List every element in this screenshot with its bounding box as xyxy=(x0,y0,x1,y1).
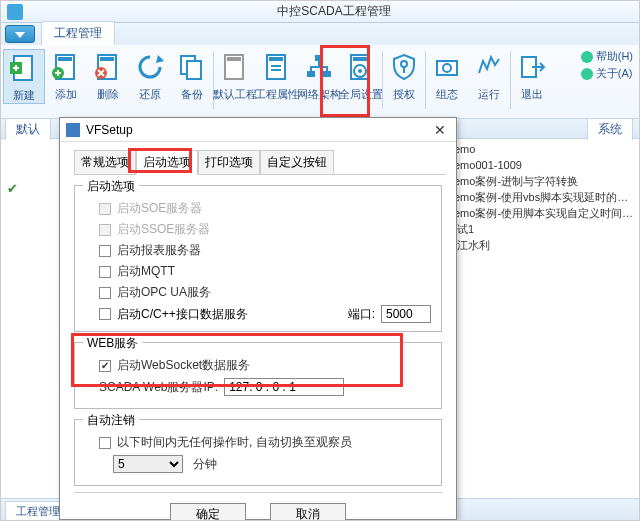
new-label: 新建 xyxy=(13,88,35,103)
ip-input[interactable] xyxy=(224,378,344,396)
svg-point-24 xyxy=(358,69,362,73)
group-web-legend: WEB服务 xyxy=(83,335,142,352)
svg-rect-11 xyxy=(187,61,201,79)
chk-report[interactable]: 启动报表服务器 xyxy=(99,242,431,259)
backup-button[interactable]: 备份 xyxy=(171,49,213,102)
tab-custom-btn[interactable]: 自定义按钮 xyxy=(260,150,334,175)
group-startup: 启动选项 启动SOE服务器 启动SSOE服务器 启动报表服务器 启动MQTT 启… xyxy=(74,185,442,332)
exit-icon xyxy=(516,51,548,83)
network-arch-button[interactable]: 网络架构 xyxy=(298,49,340,102)
dialog-buttons: 确定 取消 xyxy=(60,503,456,521)
dialog-icon xyxy=(66,123,80,137)
default-project-button[interactable]: 默认工程 xyxy=(214,49,256,102)
svg-rect-7 xyxy=(100,57,114,61)
chk-opcua[interactable]: 启动OPC UA服务 xyxy=(99,284,431,301)
default-project-icon xyxy=(219,51,251,83)
global-settings-icon xyxy=(345,51,377,83)
ip-label: SCADA Web服务器IP: xyxy=(99,379,218,396)
project-attr-label: 工程属性 xyxy=(255,87,299,102)
ribbon: 新建 添加 删除 还原 备份 默认工程 工程属性 网络架构 xyxy=(1,45,639,119)
chk-auto-logout[interactable]: 以下时间内无任何操作时, 自动切换至观察员 xyxy=(99,434,431,451)
tab-print[interactable]: 打印选项 xyxy=(198,150,260,175)
auth-icon xyxy=(388,51,420,83)
project-tab-default[interactable]: 默认 xyxy=(5,118,51,140)
close-icon[interactable]: ✕ xyxy=(430,122,450,138)
svg-rect-15 xyxy=(269,57,283,61)
check-icon: ✔ xyxy=(7,181,18,196)
group-auto-logout: 自动注销 以下时间内无任何操作时, 自动切换至观察员 5 分钟 xyxy=(74,419,442,486)
minutes-select[interactable]: 5 xyxy=(113,455,183,473)
svg-point-25 xyxy=(401,61,407,67)
auth-label: 授权 xyxy=(393,87,415,102)
auth-button[interactable]: 授权 xyxy=(383,49,425,102)
new-icon xyxy=(8,52,40,84)
run-label: 运行 xyxy=(478,87,500,102)
global-settings-button[interactable]: 全局设置 xyxy=(340,49,382,102)
svg-rect-4 xyxy=(58,57,72,61)
group-web: WEB服务 ✔启动WebSocket数据服务 SCADA Web服务器IP: xyxy=(74,342,442,409)
chk-ssoe: 启动SSOE服务器 xyxy=(99,221,431,238)
delete-label: 删除 xyxy=(97,87,119,102)
run-icon xyxy=(473,51,505,83)
global-settings-label: 全局设置 xyxy=(339,87,383,102)
run-button[interactable]: 运行 xyxy=(468,49,510,102)
help-link[interactable]: 帮助(H) xyxy=(581,49,633,64)
svg-marker-9 xyxy=(156,55,164,63)
svg-marker-0 xyxy=(15,32,25,38)
tab-startup[interactable]: 启动选项 xyxy=(136,150,198,175)
help-links: 帮助(H) 关于(A) xyxy=(581,49,633,83)
chk-websocket[interactable]: ✔启动WebSocket数据服务 xyxy=(99,357,431,374)
svg-rect-16 xyxy=(271,65,281,67)
config-button[interactable]: 组态 xyxy=(426,49,468,102)
dialog-separator xyxy=(74,492,442,493)
restore-icon xyxy=(134,51,166,83)
backup-label: 备份 xyxy=(181,87,203,102)
app-icon xyxy=(7,4,23,20)
cancel-button[interactable]: 取消 xyxy=(270,503,346,521)
chk-mqtt[interactable]: 启动MQTT xyxy=(99,263,431,280)
svg-rect-22 xyxy=(353,57,367,61)
svg-rect-17 xyxy=(271,69,281,71)
chk-ccpp[interactable] xyxy=(99,308,111,320)
port-label: 端口: xyxy=(348,306,375,323)
group-auto-legend: 自动注销 xyxy=(83,412,139,429)
main-titlebar: 中控SCADA工程管理 xyxy=(1,1,639,23)
delete-icon xyxy=(92,51,124,83)
add-label: 添加 xyxy=(55,87,77,102)
dialog-title: VFSetup xyxy=(86,123,430,137)
dialog-tabs: 常规选项 启动选项 打印选项 自定义按钮 xyxy=(74,150,446,175)
config-icon xyxy=(431,51,463,83)
network-icon xyxy=(303,51,335,83)
config-label: 组态 xyxy=(436,87,458,102)
ok-button[interactable]: 确定 xyxy=(170,503,246,521)
svg-rect-18 xyxy=(315,55,323,61)
default-project-label: 默认工程 xyxy=(213,87,257,102)
minutes-unit: 分钟 xyxy=(193,456,217,473)
file-menu-button[interactable] xyxy=(5,25,35,43)
new-button[interactable]: 新建 xyxy=(3,49,45,104)
port-input[interactable] xyxy=(381,305,431,323)
project-tab-system[interactable]: 系统 xyxy=(587,118,633,140)
window-title: 中控SCADA工程管理 xyxy=(29,3,639,20)
backup-icon xyxy=(176,51,208,83)
project-attr-icon xyxy=(261,51,293,83)
svg-rect-13 xyxy=(227,57,241,61)
tab-general[interactable]: 常规选项 xyxy=(74,150,136,175)
ribbon-tab-project[interactable]: 工程管理 xyxy=(41,21,115,45)
group-startup-legend: 启动选项 xyxy=(83,178,139,195)
dialog-titlebar: VFSetup ✕ xyxy=(60,118,456,142)
restore-button[interactable]: 还原 xyxy=(129,49,171,102)
delete-button[interactable]: 删除 xyxy=(87,49,129,102)
add-button[interactable]: 添加 xyxy=(45,49,87,102)
vfsetup-dialog: VFSetup ✕ 常规选项 启动选项 打印选项 自定义按钮 启动选项 启动SO… xyxy=(59,117,457,520)
project-attr-button[interactable]: 工程属性 xyxy=(256,49,298,102)
restore-label: 还原 xyxy=(139,87,161,102)
exit-button[interactable]: 退出 xyxy=(511,49,553,102)
exit-label: 退出 xyxy=(521,87,543,102)
ribbon-tabstrip: 工程管理 xyxy=(1,23,639,45)
svg-rect-19 xyxy=(307,71,315,77)
chk-ccpp-label: 启动C/C++接口数据服务 xyxy=(117,306,248,323)
about-link[interactable]: 关于(A) xyxy=(581,66,633,81)
chk-soe: 启动SOE服务器 xyxy=(99,200,431,217)
svg-rect-20 xyxy=(323,71,331,77)
